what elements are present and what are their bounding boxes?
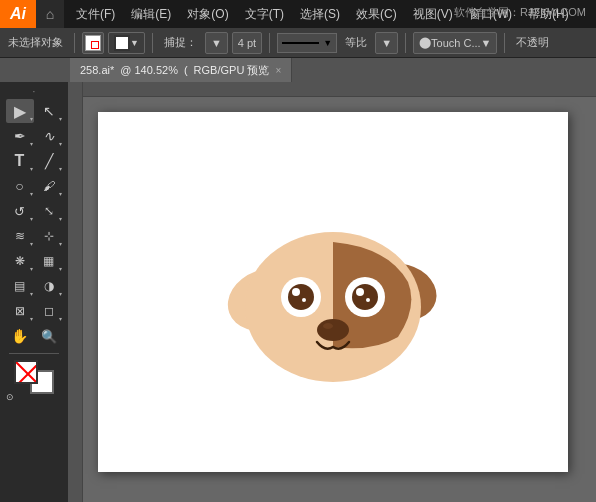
main-area: · ▶ ▾ ↖ ▾ ✒ ▾ ∿ ▾ T xyxy=(0,82,596,502)
svg-line-0 xyxy=(16,362,38,384)
selection-tool[interactable]: ▶ ▾ xyxy=(6,99,34,123)
document-tab[interactable]: 258.ai* @ 140.52% ( RGB/GPU 预览 × xyxy=(70,58,292,82)
svg-point-7 xyxy=(288,284,314,310)
doc-colormode: ( xyxy=(184,64,188,76)
tool-row-7: ❋ ▾ ▦ ▾ xyxy=(0,249,68,273)
toolbar-separator-2 xyxy=(152,33,153,53)
menu-file[interactable]: 文件(F) xyxy=(68,0,123,28)
tool-separator xyxy=(9,353,59,354)
rotate-tool[interactable]: ↺ ▾ xyxy=(6,199,34,223)
toolbar-separator-5 xyxy=(504,33,505,53)
svg-point-12 xyxy=(366,298,370,302)
svg-point-13 xyxy=(317,319,349,341)
line-tool[interactable]: ╱ ▾ xyxy=(35,149,63,173)
toolbar-separator-1 xyxy=(74,33,75,53)
foreground-color-swatch[interactable] xyxy=(14,360,38,384)
doc-tab-bar: 258.ai* @ 140.52% ( RGB/GPU 预览 × 软件自学网：R… xyxy=(0,58,596,82)
doc-colormode-val: RGB/GPU 预览 xyxy=(194,63,270,78)
doc-name: 258.ai* xyxy=(80,64,114,76)
app-logo: Ai xyxy=(0,0,36,28)
menu-effect[interactable]: 效果(C) xyxy=(348,0,405,28)
warp-tool[interactable]: ≋ ▾ xyxy=(6,224,34,248)
tool-row-10: ✋ 🔍 xyxy=(0,324,68,348)
dog-svg xyxy=(213,192,453,392)
hand-tool[interactable]: ✋ xyxy=(6,324,34,348)
tool-row-9: ⊠ ▾ ◻ ▾ xyxy=(0,299,68,323)
direct-selection-tool[interactable]: ↖ ▾ xyxy=(35,99,63,123)
menu-edit[interactable]: 编辑(E) xyxy=(123,0,179,28)
color-swatches: ⊙ xyxy=(4,358,64,402)
menu-text[interactable]: 文字(T) xyxy=(237,0,292,28)
doc-close-btn[interactable]: × xyxy=(275,65,281,76)
snap-dropdown[interactable]: ▼ xyxy=(205,32,228,54)
menu-select[interactable]: 选择(S) xyxy=(292,0,348,28)
ratio-dropdown[interactable]: ▼ xyxy=(375,32,398,54)
stroke-preview[interactable]: ▼ xyxy=(277,33,337,53)
slice-tool[interactable]: ⊠ ▾ xyxy=(6,299,34,323)
menu-object[interactable]: 对象(O) xyxy=(179,0,236,28)
zoom-tool[interactable]: 🔍 xyxy=(35,324,63,348)
reset-colors-icon[interactable]: ⊙ xyxy=(6,392,14,402)
eraser-tool[interactable]: ◻ ▾ xyxy=(35,299,63,323)
touch-label[interactable]: ⬤ Touch C... ▼ xyxy=(413,32,497,54)
canvas-area[interactable] xyxy=(68,82,596,502)
selection-label: 未选择对象 xyxy=(4,35,67,50)
tool-row-6: ≋ ▾ ⊹ ▾ xyxy=(0,224,68,248)
scale-tool[interactable]: ⤡ ▾ xyxy=(35,199,63,223)
paintbrush-tool[interactable]: 🖌 ▾ xyxy=(35,174,63,198)
horizontal-ruler xyxy=(68,82,596,97)
type-tool[interactable]: T ▾ xyxy=(6,149,34,173)
svg-point-11 xyxy=(302,298,306,302)
svg-point-10 xyxy=(356,288,364,296)
vertical-ruler xyxy=(68,82,83,502)
tool-row-3: T ▾ ╱ ▾ xyxy=(0,149,68,173)
tool-row-5: ↺ ▾ ⤡ ▾ xyxy=(0,199,68,223)
snap-value[interactable]: 4 pt xyxy=(232,32,262,54)
doc-zoom: @ 140.52% xyxy=(120,64,178,76)
pie-graph-tool[interactable]: ◑ ▾ xyxy=(35,274,63,298)
svg-point-8 xyxy=(352,284,378,310)
svg-point-9 xyxy=(292,288,300,296)
dog-illustration xyxy=(213,192,453,392)
panel-handle: · xyxy=(0,86,68,97)
stroke-color-dropdown[interactable]: ▼ xyxy=(108,32,145,54)
fill-color[interactable] xyxy=(82,32,104,54)
column-graph-tool[interactable]: ▤ ▾ xyxy=(6,274,34,298)
menu-view[interactable]: 视图(V) xyxy=(405,0,461,28)
toolbar-separator-4 xyxy=(405,33,406,53)
symbol-tool[interactable]: ❋ ▾ xyxy=(6,249,34,273)
toolbar-separator-3 xyxy=(269,33,270,53)
artboard[interactable] xyxy=(98,112,568,472)
graph-tool[interactable]: ▦ ▾ xyxy=(35,249,63,273)
tools-panel: · ▶ ▾ ↖ ▾ ✒ ▾ ∿ ▾ T xyxy=(0,82,68,502)
watermark: 软件自学网：RJZXW.COM xyxy=(454,5,586,20)
svg-point-14 xyxy=(323,323,333,329)
home-icon[interactable]: ⌂ xyxy=(36,0,64,28)
opacity-label: 不透明 xyxy=(512,35,553,50)
curvature-tool[interactable]: ∿ ▾ xyxy=(35,124,63,148)
tool-row-4: ○ ▾ 🖌 ▾ xyxy=(0,174,68,198)
tool-row-1: ▶ ▾ ↖ ▾ xyxy=(0,99,68,123)
snap-label: 捕捉： xyxy=(160,35,201,50)
toolbar: 未选择对象 ▼ 捕捉： ▼ 4 pt ▼ 等比 ▼ ⬤ Touch C... ▼… xyxy=(0,28,596,58)
ratio-label: 等比 xyxy=(341,35,371,50)
pen-tool[interactable]: ✒ ▾ xyxy=(6,124,34,148)
tool-row-2: ✒ ▾ ∿ ▾ xyxy=(0,124,68,148)
free-transform-tool[interactable]: ⊹ ▾ xyxy=(35,224,63,248)
tool-row-8: ▤ ▾ ◑ ▾ xyxy=(0,274,68,298)
ellipse-tool[interactable]: ○ ▾ xyxy=(6,174,34,198)
